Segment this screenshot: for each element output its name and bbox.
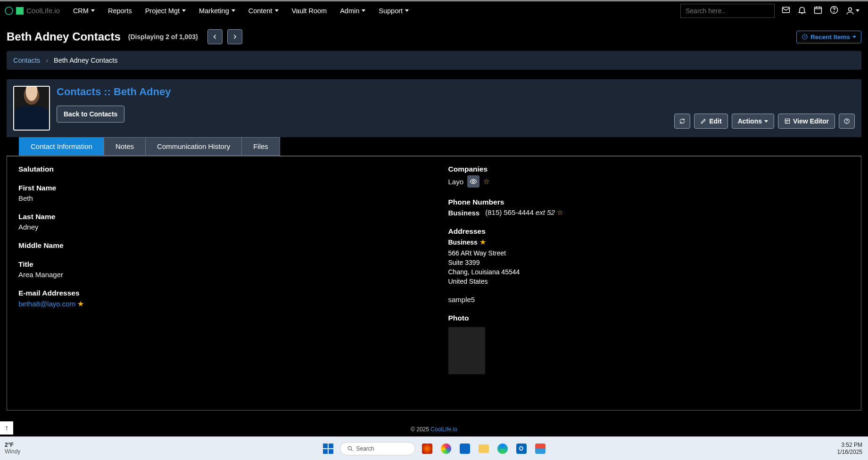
view-editor-button[interactable]: View Editor bbox=[778, 114, 835, 129]
app-grid-icon bbox=[16, 7, 24, 15]
middle-name-label: Middle Name bbox=[18, 241, 420, 250]
taskbar-clock[interactable]: 3:52 PM 1/16/2025 bbox=[837, 442, 868, 455]
svg-point-8 bbox=[847, 123, 847, 123]
nav-marketing-label: Marketing bbox=[199, 7, 229, 15]
tab-communication-history[interactable]: Communication History bbox=[145, 137, 242, 156]
title-value: Area Manager bbox=[18, 271, 420, 279]
actions-menu-button[interactable]: Actions bbox=[732, 114, 774, 129]
chevron-down-icon bbox=[856, 9, 860, 12]
nav-support[interactable]: Support bbox=[374, 5, 413, 16]
record-title: Contacts :: Beth Adney bbox=[57, 86, 171, 98]
first-name-label: First Name bbox=[18, 184, 420, 192]
footer-link[interactable]: CoolLife.io bbox=[430, 426, 457, 433]
address-line1: 566 ARt Way Street bbox=[448, 249, 850, 257]
nav-reports[interactable]: Reports bbox=[103, 5, 137, 16]
help-record-button[interactable] bbox=[839, 114, 855, 129]
taskbar-app-2[interactable] bbox=[458, 442, 472, 456]
nav-vault-room-label: Vault Room bbox=[292, 7, 327, 15]
chevron-down-icon bbox=[231, 9, 235, 12]
taskbar-edge[interactable] bbox=[496, 442, 510, 456]
phone-type: Business bbox=[448, 209, 480, 217]
taskbar-snip[interactable] bbox=[533, 442, 547, 456]
nav-project-mgt[interactable]: Project Mgt bbox=[141, 5, 190, 16]
star-icon[interactable]: ★ bbox=[479, 238, 486, 246]
address-line2: Suite 3399 bbox=[448, 259, 850, 266]
phone-label: Phone Numbers bbox=[448, 198, 850, 206]
pencil-icon bbox=[700, 118, 707, 124]
edit-button[interactable]: Edit bbox=[694, 114, 727, 129]
mail-icon[interactable] bbox=[781, 5, 791, 16]
nav-vault-room[interactable]: Vault Room bbox=[287, 5, 332, 16]
tab-notes[interactable]: Notes bbox=[104, 137, 146, 156]
star-icon[interactable]: ☆ bbox=[557, 208, 563, 216]
chevron-down-icon bbox=[405, 9, 409, 12]
photo-label: Photo bbox=[448, 314, 850, 322]
bell-icon[interactable] bbox=[797, 5, 807, 16]
tab-contact-information[interactable]: Contact Information bbox=[19, 137, 104, 156]
star-icon[interactable]: ★ bbox=[77, 300, 84, 308]
first-name-value: Beth bbox=[18, 194, 420, 202]
last-name-value: Adney bbox=[18, 223, 420, 231]
nav-admin[interactable]: Admin bbox=[335, 5, 370, 16]
nav-marketing[interactable]: Marketing bbox=[194, 5, 240, 16]
recent-items-button[interactable]: Recent Items bbox=[796, 31, 861, 43]
chevron-down-icon bbox=[182, 9, 186, 12]
brand-logo-area[interactable]: CoolLife.io bbox=[5, 7, 60, 15]
page-subheader: Beth Adney Contacts (Displaying 2 of 1,0… bbox=[0, 20, 868, 51]
layout-icon bbox=[784, 118, 791, 124]
taskbar-app-1[interactable] bbox=[420, 442, 434, 456]
address-country: United States bbox=[448, 278, 850, 285]
page-title: Beth Adney Contacts bbox=[7, 30, 121, 43]
taskbar-search-label: Search bbox=[356, 445, 374, 452]
calendar-icon[interactable] bbox=[813, 5, 823, 16]
address-type: Business bbox=[448, 238, 478, 246]
user-menu[interactable] bbox=[845, 6, 860, 16]
taskbar-outlook[interactable]: O bbox=[514, 442, 529, 456]
tabs-container: Contact Information Notes Communication … bbox=[7, 137, 861, 156]
companies-label: Companies bbox=[448, 165, 850, 173]
help-icon[interactable] bbox=[829, 5, 839, 16]
view-company-button[interactable] bbox=[467, 175, 479, 188]
breadcrumb-root[interactable]: Contacts bbox=[13, 57, 40, 64]
history-icon bbox=[802, 33, 808, 40]
taskbar-temp: 2°F bbox=[5, 442, 20, 448]
star-icon[interactable]: ☆ bbox=[483, 177, 489, 186]
nav-admin-label: Admin bbox=[340, 7, 359, 15]
chevron-down-icon bbox=[852, 36, 856, 38]
tab-files[interactable]: Files bbox=[241, 137, 280, 156]
edit-button-label: Edit bbox=[709, 117, 721, 125]
brand-text: CoolLife.io bbox=[26, 7, 60, 15]
svg-point-3 bbox=[834, 12, 835, 12]
addresses-label: Addresses bbox=[448, 227, 850, 236]
record-header: Contacts :: Beth Adney Back to Contacts … bbox=[7, 79, 861, 137]
view-editor-label: View Editor bbox=[793, 117, 829, 125]
prev-record-button[interactable] bbox=[207, 29, 223, 44]
taskbar-time: 3:52 PM bbox=[837, 442, 862, 448]
phone-row: Business (815) 565-4444 ext 52 ☆ bbox=[448, 208, 850, 217]
top-nav-menu: CRM Reports Project Mgt Marketing Conten… bbox=[68, 5, 413, 16]
address-city-line: Chang, Louisiana 45544 bbox=[448, 268, 850, 276]
svg-point-10 bbox=[348, 446, 351, 450]
taskbar-cond: Windy bbox=[5, 449, 20, 455]
nav-crm[interactable]: CRM bbox=[68, 5, 99, 16]
next-record-button[interactable] bbox=[227, 29, 242, 44]
left-column: Salutation First Name Beth Last Name Adn… bbox=[18, 165, 420, 402]
record-content: Salutation First Name Beth Last Name Adn… bbox=[7, 156, 861, 411]
back-to-contacts-button[interactable]: Back to Contacts bbox=[57, 106, 124, 123]
taskbar-search[interactable]: Search bbox=[340, 442, 415, 455]
last-name-label: Last Name bbox=[18, 213, 420, 221]
breadcrumb-current: Beth Adney Contacts bbox=[54, 57, 117, 64]
chevron-down-icon bbox=[764, 120, 768, 123]
taskbar-date: 1/16/2025 bbox=[837, 449, 862, 455]
nav-content[interactable]: Content bbox=[244, 5, 283, 16]
taskbar-file-explorer[interactable] bbox=[477, 442, 491, 456]
global-search-input[interactable] bbox=[680, 4, 775, 18]
search-icon bbox=[347, 445, 354, 452]
taskbar-weather[interactable]: 2°F Windy bbox=[0, 442, 20, 454]
contact-avatar bbox=[13, 86, 50, 131]
refresh-button[interactable] bbox=[674, 114, 690, 129]
email-link[interactable]: betha8@layo.com bbox=[18, 300, 75, 308]
start-button[interactable] bbox=[321, 442, 335, 456]
email-label: E-mail Addresses bbox=[18, 289, 420, 297]
taskbar-copilot[interactable] bbox=[439, 442, 453, 456]
